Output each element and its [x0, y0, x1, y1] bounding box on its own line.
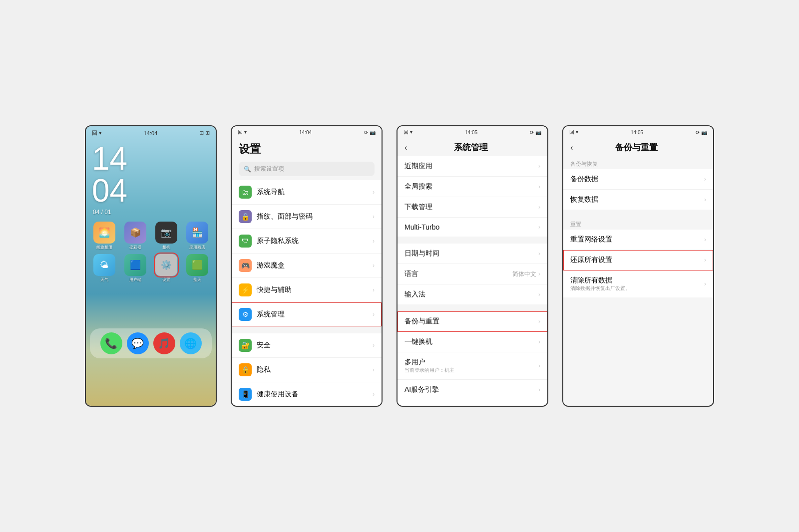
dock-music[interactable]: 🎵 [153, 332, 175, 354]
s3-global-search[interactable]: 全局搜索 › [398, 177, 547, 197]
app-icon-3: 📷 [155, 222, 177, 244]
settings2-group2: 🔐 安全 › 🔒 隐私 › 📱 [232, 333, 382, 406]
s3-multi-turbo[interactable]: Multi-Turbo › [398, 218, 547, 237]
app-label-7: 设置 [162, 277, 170, 282]
item-title-sysmgmt: 系统管理 [257, 310, 373, 319]
s3-title-datetime: 日期与时间 [404, 249, 538, 258]
s4-sub-clearall: 清除数据并恢复出厂设置。 [570, 285, 704, 292]
item-title-quick: 快捷与辅助 [257, 285, 373, 294]
app-item-2[interactable]: 📦 变彩器 [122, 222, 149, 250]
s3-title-backup: 备份与重置 [404, 317, 538, 326]
settings-item-nav[interactable]: 🗂 系统导航 › [232, 180, 382, 205]
app-item-7[interactable]: ⚙️ 设置 [153, 254, 180, 282]
settings-item-game[interactable]: 🎮 游戏魔盒 › [232, 254, 382, 278]
s3-ai-service[interactable]: AI服务引擎 › [398, 380, 547, 400]
s2-status-right: ⟳ 📷 [364, 130, 376, 135]
s3-backup-reset[interactable]: 备份与重置 › [398, 311, 547, 332]
app-item-1[interactable]: 🌅 闻旅相册 [91, 222, 118, 250]
phone-screen-1: 回 ▾ 14:04 ⊡ ⊞ 1404 04 / 01 🌅 闻旅相册 📦 变彩器 [85, 125, 217, 407]
app-item-3[interactable]: 📷 相机 [153, 222, 180, 250]
s3-recent-apps[interactable]: 近期应用 › [398, 156, 547, 177]
item-text-fingerprint: 指纹、面部与密码 [257, 212, 373, 221]
s3-title-download: 下载管理 [404, 203, 538, 212]
item-text-privacy: 原子隐私系统 [257, 237, 373, 246]
item-title-security: 安全 [257, 341, 373, 350]
item-text-nav: 系统导航 [257, 188, 373, 197]
s4-section1-label: 备份与恢复 [563, 156, 713, 169]
s4-group1: 备份数据 › 恢复数据 › [563, 169, 713, 210]
s3-arrow-language: › [538, 270, 540, 277]
settings4-status: 回 ▾ 14:05 ⟳ 📷 [563, 126, 713, 138]
settings4-header: ‹ 备份与重置 [563, 138, 713, 156]
settings-item-security[interactable]: 🔐 安全 › [232, 333, 382, 358]
arrow-game: › [373, 262, 375, 269]
settings2-scroll: 🗂 系统导航 › 🔒 指纹、面部与密码 › 🛡 [232, 180, 382, 406]
s4-restore-all[interactable]: 还原所有设置 › [563, 250, 713, 270]
item-title-privateness: 隐私 [257, 365, 373, 374]
app-label-5: 天气 [100, 277, 108, 282]
s3-group1: 近期应用 › 全局搜索 › 下载管理 › Multi-Turbo › [398, 156, 547, 237]
s3-one-key-switch[interactable]: 一键换机 › [398, 332, 547, 352]
settings-item-fingerprint[interactable]: 🔒 指纹、面部与密码 › [232, 205, 382, 229]
item-icon-nav: 🗂 [239, 186, 252, 199]
s3-google[interactable]: Google › [398, 400, 547, 406]
s3-title-recent: 近期应用 [404, 162, 538, 171]
app-item-5[interactable]: 🌤 天气 [91, 254, 118, 282]
item-title-privacy: 原子隐私系统 [257, 237, 373, 246]
app-label-6: 用户端 [129, 277, 141, 282]
app-item-4[interactable]: 🏪 应用商店 [184, 222, 211, 250]
home-date: 04 / 01 [86, 207, 216, 218]
s4-divider1 [563, 213, 713, 217]
settings-item-privateness[interactable]: 🔒 隐私 › [232, 358, 382, 382]
app-item-6[interactable]: 🟦 用户端 [122, 254, 149, 282]
s3-language[interactable]: 语言 简体中文 › [398, 264, 547, 284]
arrow-privacy: › [373, 238, 375, 245]
settings-item-health[interactable]: 📱 健康使用设备 › [232, 382, 382, 406]
settings4-title: 备份与重置 [577, 142, 696, 153]
s4-status-left: 回 ▾ [569, 129, 578, 136]
s4-title-restoredata: 恢复数据 [570, 195, 704, 204]
settings-item-privacy[interactable]: 🛡 原子隐私系统 › [232, 229, 382, 254]
dock-browser[interactable]: 🌐 [180, 332, 202, 354]
dock-phone[interactable]: 📞 [100, 332, 122, 354]
phone-screen-3: 回 ▾ 14:05 ⟳ 📷 ‹ 系统管理 近期应用 › 全局搜索 [397, 125, 548, 407]
dock-sms[interactable]: 💬 [127, 332, 149, 354]
app-grid: 🌅 闻旅相册 📦 变彩器 📷 相机 🏪 应用商店 🌤 [86, 218, 216, 286]
item-title-game: 游戏魔盒 [257, 261, 373, 270]
s3-title-ai: AI服务引擎 [404, 385, 538, 394]
item-icon-security: 🔐 [239, 339, 252, 352]
item-text-quick: 快捷与辅助 [257, 285, 373, 294]
s4-backup-data[interactable]: 备份数据 › [563, 169, 713, 190]
settings4-scroll: 备份与恢复 备份数据 › 恢复数据 › 重置 [563, 156, 713, 406]
s3-input-method[interactable]: 输入法 › [398, 284, 547, 304]
item-title-fingerprint: 指纹、面部与密码 [257, 212, 373, 221]
item-icon-quick: ⚡ [239, 283, 252, 296]
back-button-4[interactable]: ‹ [570, 143, 573, 152]
s4-clear-all[interactable]: 清除所有数据 清除数据并恢复出厂设置。 › [563, 270, 713, 297]
settings-search-bar[interactable]: 🔍 搜索设置项 [239, 162, 375, 176]
app-item-8[interactable]: 🟩 蓝天 [184, 254, 211, 282]
phone-screen-4: 回 ▾ 14:05 ⟳ 📷 ‹ 备份与重置 备份与恢复 备份数据 › [562, 125, 714, 407]
back-button-3[interactable]: ‹ [404, 143, 407, 152]
s3-multi-user[interactable]: 多用户 当前登录的用户：机主 › [398, 352, 547, 380]
s4-restore-data[interactable]: 恢复数据 › [563, 190, 713, 210]
search-placeholder: 搜索设置项 [254, 165, 284, 173]
app-icon-5: 🌤 [93, 254, 115, 276]
s3-title-input: 输入法 [404, 290, 538, 299]
s3-arrow-search: › [538, 183, 540, 190]
s4-status-right: ⟳ 📷 [696, 130, 707, 135]
settings-item-sysmgmt[interactable]: ⚙ 系统管理 › [232, 302, 382, 326]
settings-item-quick[interactable]: ⚡ 快捷与辅助 › [232, 278, 382, 302]
item-icon-privateness: 🔒 [239, 363, 252, 376]
app-label-3: 相机 [162, 245, 170, 250]
arrow-privateness: › [373, 366, 375, 373]
s4-reset-network[interactable]: 重置网络设置 › [563, 230, 713, 250]
s3-arrow-download: › [538, 204, 540, 211]
s3-download-mgmt[interactable]: 下载管理 › [398, 197, 547, 218]
s3-arrow-user: › [538, 362, 540, 369]
s3-arrow-datetime: › [538, 250, 540, 257]
s3-datetime[interactable]: 日期与时间 › [398, 244, 547, 264]
status-left: 回 ▾ [92, 129, 102, 137]
s4-status-time: 14:05 [631, 130, 643, 135]
settings2-divider [232, 329, 382, 333]
